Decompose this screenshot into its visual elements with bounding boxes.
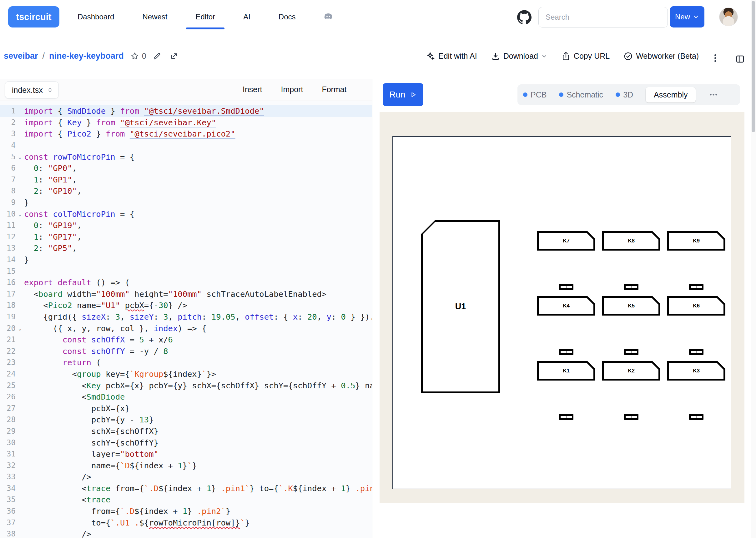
code-text: const schOffY = -y / 8 xyxy=(24,347,168,356)
webworker-beta--button[interactable]: Webworker (Beta) xyxy=(623,52,699,61)
code-line[interactable]: 33 /> xyxy=(0,471,372,483)
discord-icon[interactable] xyxy=(321,9,336,25)
code-line[interactable]: 30 schY={schOffY} xyxy=(0,437,372,448)
code-line[interactable]: 10⌄const colToMicroPin = { xyxy=(0,208,372,220)
code-line[interactable]: 16export default () => ( xyxy=(0,277,372,288)
code-line[interactable]: 35 <trace xyxy=(0,494,372,506)
updown-chevron-icon xyxy=(47,86,53,93)
star-button[interactable]: 0 xyxy=(130,52,146,61)
code-line[interactable]: 22 const schOffY = -y / 8 xyxy=(0,345,372,357)
code-line[interactable]: 31 layer="bottom" xyxy=(0,448,372,460)
code-line[interactable]: 2import { Key } from "@tsci/seveibar.Key… xyxy=(0,117,372,129)
code-line[interactable]: 7 1: "GP1", xyxy=(0,174,372,186)
code-line[interactable]: 36 from={`.D${index + 1} .pin2`} xyxy=(0,506,372,517)
nav-link-dashboard[interactable]: Dashboard xyxy=(76,8,115,26)
code-line[interactable]: 24 <group key={`Kgroup${index}`}> xyxy=(0,368,372,380)
code-text: const colToMicroPin = { xyxy=(24,209,135,219)
fold-arrow-icon[interactable]: ⌄ xyxy=(16,208,24,220)
code-line[interactable]: 9} xyxy=(0,197,372,208)
insert-button[interactable]: Insert xyxy=(243,85,262,94)
owner-link[interactable]: seveibar xyxy=(4,51,38,61)
action-label: Edit with AI xyxy=(438,52,477,61)
project-link[interactable]: nine-key-keyboard xyxy=(49,51,124,61)
code-line[interactable]: 12 1: "GP17", xyxy=(0,231,372,243)
code-line[interactable]: 11 0: "GP19", xyxy=(0,220,372,231)
import-button[interactable]: Import xyxy=(281,85,303,94)
code-line[interactable]: 38 /> xyxy=(0,528,372,538)
diode-tick xyxy=(696,416,697,418)
action-label: Download xyxy=(503,52,538,61)
new-button[interactable]: New xyxy=(670,6,704,27)
tab-assembly[interactable]: Assembly xyxy=(646,87,696,102)
fold-arrow-icon[interactable]: ⌄ xyxy=(16,151,24,162)
external-link-icon xyxy=(169,52,178,61)
code-line[interactable]: 8 2: "GP10", xyxy=(0,185,372,197)
download-button[interactable]: Download xyxy=(491,52,548,61)
star-count: 0 xyxy=(142,52,146,61)
rename-button[interactable] xyxy=(151,50,163,63)
code-line[interactable]: 20⌄ ({ x, y, row, col }, index) => { xyxy=(0,322,372,334)
board-outline: U1 K7K8K9K4K5K6K1K2K3 xyxy=(392,136,731,489)
code-text: return ( xyxy=(24,358,101,367)
line-number: 36 xyxy=(0,507,16,515)
code-line[interactable]: 21 const schOffX = 5 + x/6 xyxy=(0,334,372,346)
code-line[interactable]: 13 2: "GP5", xyxy=(0,242,372,254)
code-line[interactable]: 4 xyxy=(0,140,372,151)
format-button[interactable]: Format xyxy=(322,85,346,94)
line-number: 5 xyxy=(0,152,16,161)
line-number: 24 xyxy=(0,370,16,378)
code-line[interactable]: 29 schX={schOffX} xyxy=(0,425,372,437)
run-button[interactable]: Run xyxy=(383,83,423,106)
line-number: 20 xyxy=(0,324,16,333)
code-line[interactable]: 25 <Key pcbX={x} pcbY={y} schX={schOffX}… xyxy=(0,380,372,391)
nav-link-ai[interactable]: AI xyxy=(242,8,252,26)
code-line[interactable]: 19 {grid({ sizeX: 3, sizeY: 3, pitch: 19… xyxy=(0,311,372,323)
line-number: 18 xyxy=(0,301,16,310)
file-selector[interactable]: index.tsx xyxy=(5,81,59,99)
code-line[interactable]: 37 to={`.U1 .${rowToMicroPin[row]}`} xyxy=(0,517,372,528)
code-line[interactable]: 34 <trace from={`.D${index + 1} .pin1`} … xyxy=(0,483,372,494)
code-line[interactable]: 5⌄const rowToMicroPin = { xyxy=(0,151,372,162)
fold-arrow-icon[interactable]: ⌄ xyxy=(16,323,24,334)
nav-link-editor[interactable]: Editor xyxy=(194,8,216,26)
search-input[interactable] xyxy=(538,7,668,27)
code-text: {grid({ sizeX: 3, sizeY: 3, pitch: 19.05… xyxy=(24,312,372,321)
code-line[interactable]: 27 pcbX={x} xyxy=(0,403,372,414)
toggle-panel-button[interactable] xyxy=(733,52,747,66)
nav-link-newest[interactable]: Newest xyxy=(141,8,168,26)
scrollbar-thumb[interactable] xyxy=(752,1,755,132)
code-area[interactable]: 1import { SmdDiode } from "@tsci/seveiba… xyxy=(0,101,372,538)
code-line[interactable]: 15 xyxy=(0,265,372,277)
user-avatar[interactable] xyxy=(719,8,738,26)
key-body: K1 xyxy=(539,363,593,379)
tscircuit-editor-window: tscircuit DashboardNewestEditorAIDocs Ne… xyxy=(0,0,756,538)
github-icon[interactable] xyxy=(517,10,532,25)
more-options-button[interactable] xyxy=(709,51,722,65)
code-line[interactable]: 17 <board width="100mm" height="100mm" s… xyxy=(0,288,372,300)
code-line[interactable]: 26 <SmdDiode xyxy=(0,391,372,403)
code-line[interactable]: 3import { Pico2 } from "@tsci/seveibar.p… xyxy=(0,128,372,140)
tab-schematic[interactable]: Schematic xyxy=(559,90,603,99)
play-icon xyxy=(409,91,417,98)
edit-with-ai-button[interactable]: Edit with AI xyxy=(426,52,477,61)
code-text: schX={schOffX} xyxy=(24,426,158,436)
tab-pcb[interactable]: PCB xyxy=(523,90,547,99)
nav-link-docs[interactable]: Docs xyxy=(277,8,297,26)
code-line[interactable]: 14} xyxy=(0,254,372,266)
tab-3d[interactable]: 3D xyxy=(615,90,633,99)
assembly-canvas[interactable]: U1 K7K8K9K4K5K6K1K2K3 xyxy=(379,112,744,503)
assembly-key-k7: K7 xyxy=(537,231,595,250)
view-tabs-more-button[interactable] xyxy=(709,90,718,99)
code-line[interactable]: 1import { SmdDiode } from "@tsci/seveiba… xyxy=(0,105,372,117)
code-line[interactable]: 28 pcbY={y - 13} xyxy=(0,414,372,425)
code-text: to={`.U1 .${rowToMicroPin[row]}`} xyxy=(24,518,250,527)
copy-url-button[interactable]: Copy URL xyxy=(561,52,610,61)
assembly-diode xyxy=(689,349,704,355)
code-text: 0: "GP19", xyxy=(24,221,82,230)
code-line[interactable]: 32 name={`D${index + 1}`} xyxy=(0,459,372,471)
tscircuit-logo[interactable]: tscircuit xyxy=(8,6,59,27)
code-line[interactable]: 18 <Pico2 name="U1" pcbX={-30} /> xyxy=(0,299,372,311)
open-external-button[interactable] xyxy=(168,50,180,63)
code-line[interactable]: 23 return ( xyxy=(0,357,372,368)
code-line[interactable]: 6 0: "GP0", xyxy=(0,162,372,174)
